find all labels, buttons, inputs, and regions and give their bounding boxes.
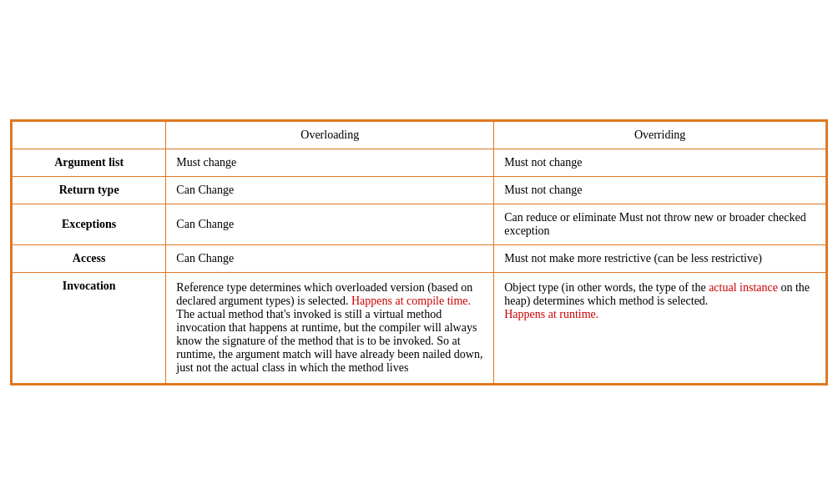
table-row: Exceptions Can Change Can reduce or elim… [13,204,826,244]
runtime-text: Happens at runtime. [504,308,598,320]
cell-exceptions-overloading: Can Change [166,204,494,244]
comparison-table-wrapper: Overloading Overriding Argument list Mus… [10,119,828,386]
header-overloading: Overloading [166,121,494,149]
row-header-access: Access [13,244,166,272]
actual-instance-text: actual instance [709,281,778,294]
row-header-invocation: Invocation [13,272,166,383]
table-row: Argument list Must change Must not chang… [13,149,826,176]
cell-return-overriding: Must not change [494,176,826,204]
cell-return-overloading: Can Change [166,176,494,204]
cell-argument-overriding: Must not change [494,149,826,176]
compile-time-text: Happens at compile time. [351,295,471,307]
comparison-table: Overloading Overriding Argument list Mus… [12,121,826,384]
cell-argument-overloading: Must change [166,149,494,176]
cell-access-overriding: Must not make more restrictive (can be l… [494,244,826,272]
row-header-exceptions: Exceptions [13,204,166,244]
cell-exceptions-overriding: Can reduce or eliminate Must not throw n… [494,204,826,244]
cell-invocation-overloading: Reference type determines which overload… [166,272,494,383]
row-header-argument-list: Argument list [13,149,166,176]
table-row: Access Can Change Must not make more res… [13,244,826,272]
table-row: Invocation Reference type determines whi… [13,272,826,383]
row-header-return-type: Return type [13,176,166,204]
header-empty [13,121,166,149]
header-overriding: Overriding [494,121,826,149]
cell-invocation-overriding: Object type (in other words, the type of… [494,272,826,383]
cell-access-overloading: Can Change [166,244,494,272]
table-row: Return type Can Change Must not change [13,176,826,204]
